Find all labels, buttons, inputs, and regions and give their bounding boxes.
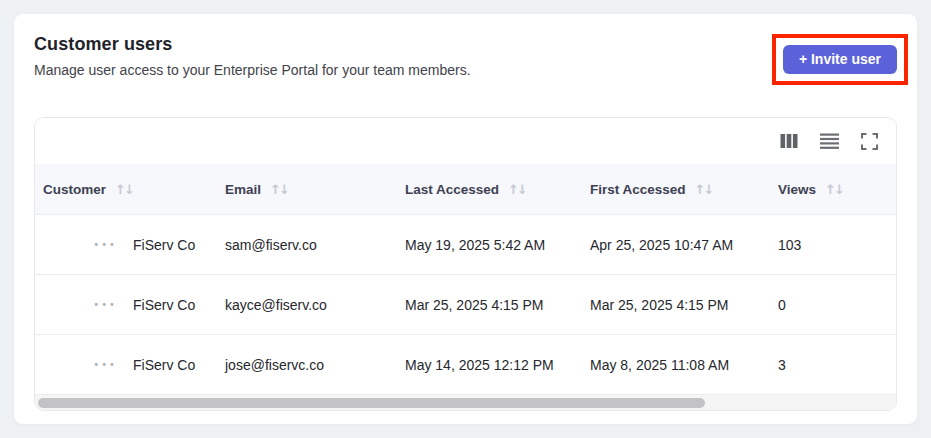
customer-cell: FiServ Co: [125, 357, 217, 373]
horizontal-scrollbar[interactable]: [35, 394, 896, 410]
column-header-label: Views: [778, 182, 816, 197]
scrollbar-thumb[interactable]: [38, 398, 705, 408]
sort-icon[interactable]: ↑↓: [508, 182, 526, 197]
email-cell: sam@fiserv.co: [217, 237, 397, 253]
email-cell: jose@fiservc.co: [217, 357, 397, 373]
row-actions-cell: •••: [35, 235, 125, 254]
users-table: Customer ↑↓ Email ↑↓ Last Accessed ↑↓ Fi…: [34, 117, 897, 411]
card-header: Customer users Manage user access to you…: [34, 34, 897, 85]
column-header-first-accessed[interactable]: First Accessed ↑↓: [582, 182, 770, 197]
sort-icon[interactable]: ↑↓: [825, 182, 843, 197]
views-cell: 3: [770, 357, 896, 373]
last-accessed-cell: May 19, 2025 5:42 AM: [397, 237, 582, 253]
page-subtitle: Manage user access to your Enterprise Po…: [34, 62, 471, 78]
density-icon[interactable]: [816, 128, 842, 154]
row-menu-icon[interactable]: •••: [91, 295, 119, 314]
first-accessed-cell: Mar 25, 2025 4:15 PM: [582, 297, 770, 313]
customer-cell: FiServ Co: [125, 237, 217, 253]
sort-icon[interactable]: ↑↓: [270, 182, 288, 197]
last-accessed-cell: May 14, 2025 12:12 PM: [397, 357, 582, 373]
page-title: Customer users: [34, 34, 471, 55]
first-accessed-cell: May 8, 2025 11:08 AM: [582, 357, 770, 373]
column-header-email[interactable]: Email ↑↓: [217, 182, 397, 197]
customer-cell: FiServ Co: [125, 297, 217, 313]
column-header-label: Customer: [43, 182, 106, 197]
table-row: ••• FiServ Co sam@fiserv.co May 19, 2025…: [35, 214, 896, 274]
sort-icon[interactable]: ↑↓: [115, 182, 133, 197]
fullscreen-icon[interactable]: [856, 128, 882, 154]
column-header-views[interactable]: Views ↑↓: [770, 182, 896, 197]
row-menu-icon[interactable]: •••: [91, 235, 119, 254]
column-header-last-accessed[interactable]: Last Accessed ↑↓: [397, 182, 582, 197]
invite-user-button[interactable]: + Invite user: [783, 45, 897, 74]
customer-users-card: Customer users Manage user access to you…: [13, 13, 918, 425]
column-header-label: Email: [225, 182, 261, 197]
column-header-label: First Accessed: [590, 182, 686, 197]
views-cell: 103: [770, 237, 896, 253]
views-cell: 0: [770, 297, 896, 313]
columns-icon[interactable]: [776, 128, 802, 154]
column-header-customer[interactable]: Customer ↑↓: [35, 182, 217, 197]
row-actions-cell: •••: [35, 355, 125, 374]
table-row: ••• FiServ Co kayce@fiserv.co Mar 25, 20…: [35, 274, 896, 334]
table-row: ••• FiServ Co jose@fiservc.co May 14, 20…: [35, 334, 896, 394]
sort-icon[interactable]: ↑↓: [695, 182, 713, 197]
column-header-label: Last Accessed: [405, 182, 499, 197]
row-actions-cell: •••: [35, 295, 125, 314]
table-header-row: Customer ↑↓ Email ↑↓ Last Accessed ↑↓ Fi…: [35, 164, 896, 214]
row-menu-icon[interactable]: •••: [91, 355, 119, 374]
annotation-highlight: + Invite user: [772, 34, 908, 85]
header-text-block: Customer users Manage user access to you…: [34, 34, 471, 78]
email-cell: kayce@fiserv.co: [217, 297, 397, 313]
table-toolbar: [35, 118, 896, 164]
first-accessed-cell: Apr 25, 2025 10:47 AM: [582, 237, 770, 253]
last-accessed-cell: Mar 25, 2025 4:15 PM: [397, 297, 582, 313]
